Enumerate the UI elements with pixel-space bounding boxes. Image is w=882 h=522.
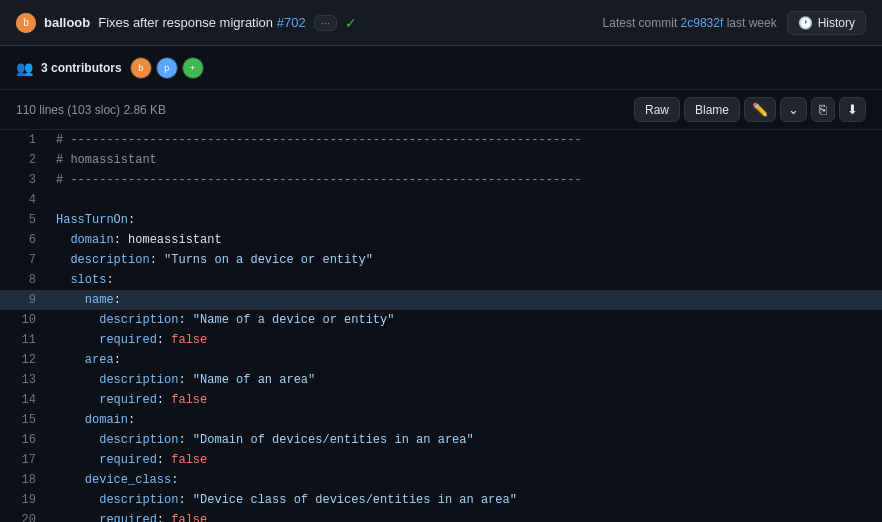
contributor-avatar-2: p — [156, 57, 178, 79]
line-number: 4 — [0, 190, 52, 210]
line-code: required: false — [52, 330, 882, 350]
line-number: 15 — [0, 410, 52, 430]
author-avatar: b — [16, 13, 36, 33]
line-code: description: "Name of a device or entity… — [52, 310, 882, 330]
line-number: 8 — [0, 270, 52, 290]
line-number: 9 — [0, 290, 52, 310]
line-code: # homassistant — [52, 150, 882, 170]
raw-button[interactable]: Raw — [634, 97, 680, 122]
table-row: 5HassTurnOn: — [0, 210, 882, 230]
code-table: 1# -------------------------------------… — [0, 130, 882, 522]
line-number: 2 — [0, 150, 52, 170]
contributor-avatar-1: b — [130, 57, 152, 79]
line-code: HassTurnOn: — [52, 210, 882, 230]
line-number: 14 — [0, 390, 52, 410]
table-row: 10 description: "Name of a device or ent… — [0, 310, 882, 330]
line-number: 12 — [0, 350, 52, 370]
table-row: 6 domain: homeassistant — [0, 230, 882, 250]
history-button[interactable]: 🕐 History — [787, 11, 866, 35]
table-row: 1# -------------------------------------… — [0, 130, 882, 150]
more-options-button[interactable]: ⌄ — [780, 97, 807, 122]
commit-bar: b balloob Fixes after response migration… — [0, 0, 882, 46]
table-row: 20 required: false — [0, 510, 882, 522]
contributor-avatar-3: + — [182, 57, 204, 79]
table-row: 13 description: "Name of an area" — [0, 370, 882, 390]
line-code: slots: — [52, 270, 882, 290]
line-code: description: "Name of an area" — [52, 370, 882, 390]
line-number: 20 — [0, 510, 52, 522]
line-code: area: — [52, 350, 882, 370]
commit-author[interactable]: balloob — [44, 15, 90, 30]
table-row: 15 domain: — [0, 410, 882, 430]
contributors-icon: 👥 — [16, 60, 33, 76]
line-number: 16 — [0, 430, 52, 450]
file-stats: 110 lines (103 sloc) 2.86 KB — [16, 103, 166, 117]
file-info-bar: 110 lines (103 sloc) 2.86 KB Raw Blame ✏… — [0, 90, 882, 130]
copy-button[interactable]: ⎘ — [811, 97, 835, 122]
history-icon: 🕐 — [798, 16, 813, 30]
line-code: description: "Device class of devices/en… — [52, 490, 882, 510]
line-code: description: "Domain of devices/entities… — [52, 430, 882, 450]
line-number: 17 — [0, 450, 52, 470]
line-number: 5 — [0, 210, 52, 230]
line-number: 3 — [0, 170, 52, 190]
table-row: 3# -------------------------------------… — [0, 170, 882, 190]
table-row: 8 slots: — [0, 270, 882, 290]
line-code: domain: — [52, 410, 882, 430]
table-row: 17 required: false — [0, 450, 882, 470]
line-number: 7 — [0, 250, 52, 270]
code-container: 1# -------------------------------------… — [0, 130, 882, 522]
line-number: 19 — [0, 490, 52, 510]
line-code: device_class: — [52, 470, 882, 490]
contributors-bar: 👥 3 contributors b p + — [0, 46, 882, 90]
table-row: 19 description: "Device class of devices… — [0, 490, 882, 510]
contributor-avatars: b p + — [130, 57, 204, 79]
line-code: domain: homeassistant — [52, 230, 882, 250]
edit-button[interactable]: ✏️ — [744, 97, 776, 122]
blame-button[interactable]: Blame — [684, 97, 740, 122]
line-code: required: false — [52, 390, 882, 410]
line-number: 13 — [0, 370, 52, 390]
line-code — [52, 190, 882, 210]
commit-message: Fixes after response migration #702 — [98, 15, 305, 30]
commit-options-badge[interactable]: ··· — [314, 15, 337, 31]
line-code: # --------------------------------------… — [52, 170, 882, 190]
line-number: 6 — [0, 230, 52, 250]
table-row: 14 required: false — [0, 390, 882, 410]
line-number: 1 — [0, 130, 52, 150]
table-row: 12 area: — [0, 350, 882, 370]
commit-left: b balloob Fixes after response migration… — [16, 13, 357, 33]
line-number: 18 — [0, 470, 52, 490]
latest-commit-label: Latest commit 2c9832f last week — [603, 16, 777, 30]
line-code: name: — [52, 290, 882, 310]
contributors-count: 3 contributors — [41, 61, 122, 75]
table-row: 18 device_class: — [0, 470, 882, 490]
line-code: required: false — [52, 510, 882, 522]
pr-link[interactable]: #702 — [277, 15, 306, 30]
commit-hash-link[interactable]: 2c9832f — [681, 16, 724, 30]
table-row: 11 required: false — [0, 330, 882, 350]
line-code: # --------------------------------------… — [52, 130, 882, 150]
line-code: required: false — [52, 450, 882, 470]
table-row: 2# homassistant — [0, 150, 882, 170]
check-icon: ✓ — [345, 15, 357, 31]
svg-text:b: b — [23, 16, 29, 27]
line-code: description: "Turns on a device or entit… — [52, 250, 882, 270]
table-row: 9 name: — [0, 290, 882, 310]
table-row: 16 description: "Domain of devices/entit… — [0, 430, 882, 450]
line-number: 11 — [0, 330, 52, 350]
table-row: 4 — [0, 190, 882, 210]
table-row: 7 description: "Turns on a device or ent… — [0, 250, 882, 270]
commit-right: Latest commit 2c9832f last week 🕐 Histor… — [603, 11, 866, 35]
line-number: 10 — [0, 310, 52, 330]
download-button[interactable]: ⬇ — [839, 97, 866, 122]
file-actions: Raw Blame ✏️ ⌄ ⎘ ⬇ — [634, 97, 866, 122]
